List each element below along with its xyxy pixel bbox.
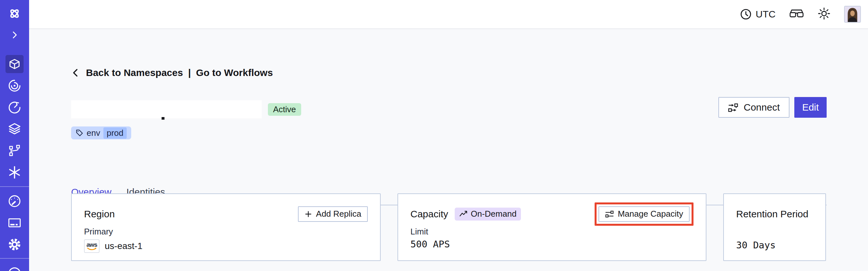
header-actions: Connect Edit [718,97,827,118]
page: UTC [0,0,868,271]
sidebar-divider [0,258,29,259]
redacted-text-fragment [162,117,164,120]
sidebar-item-namespaces[interactable] [5,55,24,73]
main-content: Back to Namespaces | Go to Workflows Act… [29,30,868,271]
sidebar-item-workflows[interactable] [5,77,24,95]
back-chevron-icon[interactable] [71,68,81,78]
capacity-card: Capacity On-Demand [398,193,706,261]
manage-capacity-button[interactable]: Manage Capacity [598,206,690,222]
tag-key: env [87,128,100,138]
region-card: Region Add Replica Primary aws [71,193,381,261]
timezone-selector[interactable]: UTC [740,8,776,20]
connect-flow-icon [728,102,738,113]
sidebar-item-deployments[interactable] [5,120,24,138]
sidebar-item-batch-operations[interactable] [5,142,24,160]
sidebar-item-settings[interactable] [5,235,24,253]
theme-toggle-button[interactable] [817,7,831,21]
tag-value: prod [103,127,127,139]
aws-word: aws [87,242,97,247]
namespace-title-redacted [71,100,262,118]
trending-up-icon [459,210,468,218]
sidebar [0,0,29,271]
retention-value: 30 Days [736,240,813,251]
breadcrumb-separator: | [188,67,191,78]
capacity-value: 500 APS [410,239,693,250]
tag-icon [75,129,83,137]
topbar: UTC [29,0,868,29]
edit-button[interactable]: Edit [794,97,827,118]
sun-icon [817,7,831,20]
add-replica-label: Add Replica [316,209,361,219]
manage-capacity-highlight: Manage Capacity [595,203,693,226]
sliders-icon [605,210,614,219]
ondemand-badge-label: On-Demand [471,209,517,219]
retention-card-title: Retention Period [736,209,808,219]
region-value: us-east-1 [105,241,143,251]
manage-capacity-label: Manage Capacity [618,209,683,219]
glasses-icon [789,8,804,19]
ondemand-badge: On-Demand [455,208,521,220]
sidebar-expand-button[interactable] [5,28,24,42]
sidebar-item-billing[interactable] [5,214,24,232]
connect-button[interactable]: Connect [718,97,789,118]
temporal-logo-icon [5,6,24,21]
timezone-label: UTC [755,9,776,20]
sidebar-item-schedules[interactable] [5,98,24,116]
namespace-tag[interactable]: env prod [71,126,131,140]
status-badge: Active [268,103,301,116]
edit-button-label: Edit [802,102,819,113]
capacity-limit-label: Limit [410,227,693,237]
breadcrumb-workflows-link[interactable]: Go to Workflows [196,67,273,78]
aws-smile [87,247,97,250]
breadcrumb-back-link[interactable]: Back to Namespaces [86,67,183,78]
capacity-card-title: Capacity [410,209,448,219]
retention-card: Retention Period 30 Days [723,193,826,261]
sidebar-item-usage[interactable] [5,192,24,210]
dev-mode-button[interactable] [789,8,804,20]
overview-cards: Region Add Replica Primary aws [71,193,826,261]
sidebar-item-help[interactable] [5,264,24,271]
add-replica-button[interactable]: Add Replica [298,206,368,222]
breadcrumb: Back to Namespaces | Go to Workflows [71,67,273,78]
sidebar-divider [0,186,29,187]
clock-icon [740,8,752,20]
plus-icon [304,210,312,218]
region-card-title: Region [84,209,115,219]
user-avatar[interactable] [844,6,861,23]
region-primary-label: Primary [84,227,368,237]
aws-provider-icon: aws [84,239,99,253]
connect-button-label: Connect [744,102,780,113]
sidebar-item-nexus[interactable] [5,163,24,181]
